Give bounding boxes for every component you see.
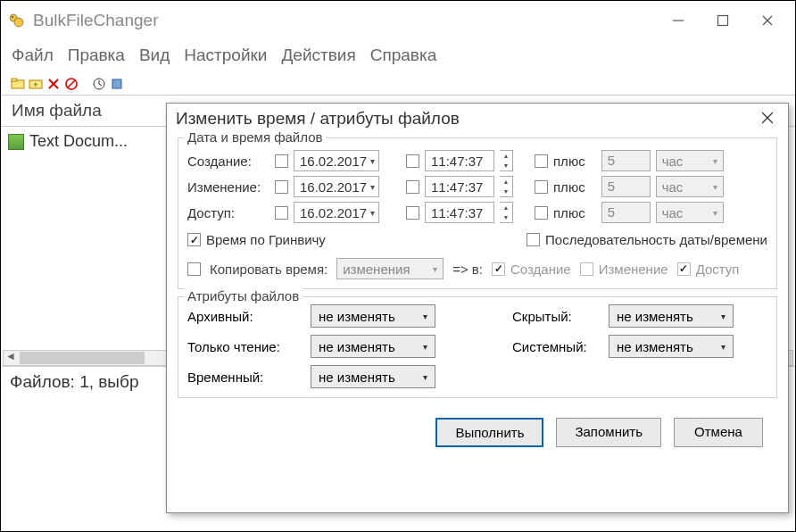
created-offset-input[interactable]: 5 — [601, 150, 651, 171]
svg-rect-4 — [718, 16, 728, 26]
open-folder-icon[interactable] — [10, 76, 25, 91]
created-unit-select[interactable]: час — [656, 150, 724, 171]
app-title: BulkFileChanger — [33, 11, 668, 30]
accessed-label: Доступ: — [187, 205, 269, 220]
copy-time-checkbox[interactable] — [187, 262, 201, 276]
archive-select[interactable]: не изменять — [311, 304, 435, 328]
accessed-unit-select[interactable]: час — [656, 202, 724, 223]
modified-row: Изменение: 16.02.2017 11:47:37 ▲▼ плюс 5… — [187, 176, 767, 197]
accessed-date-input[interactable]: 16.02.2017 — [294, 202, 379, 223]
created-label: Создание: — [187, 154, 269, 169]
plus-label: плюс — [553, 154, 585, 169]
modified-date-checkbox[interactable] — [275, 180, 288, 194]
readonly-select[interactable]: не изменять — [311, 335, 435, 358]
hidden-label: Скрытый: — [512, 309, 601, 324]
menu-file[interactable]: Файл — [12, 46, 54, 65]
window-controls — [668, 11, 777, 30]
created-time-checkbox[interactable] — [406, 154, 419, 168]
svg-rect-8 — [12, 79, 17, 81]
hidden-select[interactable]: не изменять — [609, 304, 734, 328]
created-plus-checkbox[interactable] — [535, 154, 548, 168]
cancel-button[interactable]: Отмена — [674, 418, 763, 447]
remove-icon[interactable] — [46, 76, 61, 91]
add-file-icon[interactable]: + — [28, 76, 43, 91]
menu-view[interactable]: Вид — [139, 46, 170, 65]
sequence-label: Последовательность даты/времени — [545, 232, 767, 247]
dialog-title: Изменить время / атрибуты файлов — [176, 109, 756, 129]
copy-to-accessed-checkbox — [677, 262, 691, 276]
svg-point-1 — [14, 18, 23, 27]
svg-line-14 — [68, 80, 75, 87]
archive-label: Архивный: — [187, 309, 303, 324]
svg-text:+: + — [33, 80, 37, 89]
dialog-buttons: Выполнить Запомнить Отмена — [178, 405, 777, 447]
copy-to-modified-checkbox — [580, 262, 593, 276]
accessed-offset-input[interactable]: 5 — [601, 202, 651, 223]
svg-point-2 — [12, 16, 13, 18]
close-button[interactable] — [758, 11, 777, 30]
system-label: Системный: — [512, 339, 601, 354]
modified-plus-checkbox[interactable] — [535, 180, 548, 194]
menubar: Файл Правка Вид Настройки Действия Справ… — [1, 40, 795, 74]
plus-label: плюс — [553, 179, 585, 195]
modified-offset-input[interactable]: 5 — [601, 176, 651, 197]
app-icon — [6, 11, 26, 30]
copy-time-row: Копировать время: изменения => в: Создан… — [187, 258, 767, 279]
accessed-row: Доступ: 16.02.2017 11:47:37 ▲▼ плюс 5 ча… — [187, 202, 767, 223]
execute-button[interactable]: Выполнить — [435, 418, 543, 447]
copy-to-created-checkbox — [492, 262, 505, 276]
execute-icon[interactable] — [109, 76, 124, 91]
arrow-label: => в: — [452, 262, 483, 277]
change-time-attributes-dialog: Изменить время / атрибуты файлов Дата и … — [166, 103, 789, 513]
toolbar: + — [1, 74, 795, 95]
modified-unit-select[interactable]: час — [656, 176, 724, 197]
modified-label: Изменение: — [187, 179, 269, 195]
readonly-label: Только чтение: — [187, 339, 303, 354]
copy-time-label: Копировать время: — [210, 262, 328, 277]
text-file-icon — [8, 134, 24, 150]
created-date-input[interactable]: 16.02.2017 — [294, 150, 379, 171]
clock-icon[interactable] — [91, 76, 106, 91]
svg-rect-18 — [112, 79, 121, 88]
attributes-legend: Атрибуты файлов — [184, 288, 303, 303]
accessed-plus-checkbox[interactable] — [535, 206, 548, 220]
menu-settings[interactable]: Настройки — [184, 46, 267, 65]
copy-source-select[interactable]: изменения — [336, 258, 444, 279]
created-date-checkbox[interactable] — [275, 154, 288, 168]
clear-icon[interactable] — [63, 76, 79, 91]
gmt-label: Время по Гринвичу — [206, 232, 326, 247]
modified-time-checkbox[interactable] — [406, 180, 419, 194]
maximize-button[interactable] — [713, 11, 733, 30]
gmt-checkbox[interactable] — [187, 233, 201, 246]
plus-label: плюс — [553, 205, 585, 220]
minimize-button[interactable] — [668, 11, 688, 30]
created-time-input[interactable]: 11:47:37 — [425, 150, 494, 171]
created-row: Создание: 16.02.2017 11:47:37 ▲▼ плюс 5 … — [187, 150, 767, 171]
accessed-time-spinner[interactable]: ▲▼ — [500, 202, 513, 223]
dialog-close-button[interactable] — [756, 110, 779, 129]
datetime-group: Дата и время файлов Создание: 16.02.2017… — [178, 137, 777, 289]
temporary-select[interactable]: не изменять — [311, 365, 435, 388]
remember-button[interactable]: Запомнить — [556, 418, 661, 447]
modified-date-input[interactable]: 16.02.2017 — [294, 176, 379, 197]
accessed-time-input[interactable]: 11:47:37 — [425, 202, 494, 223]
menu-edit[interactable]: Правка — [68, 46, 125, 65]
menu-actions[interactable]: Действия — [281, 46, 355, 65]
accessed-time-checkbox[interactable] — [406, 206, 419, 220]
temporary-label: Временный: — [187, 370, 303, 385]
file-name: Text Docum... — [29, 132, 128, 151]
menu-help[interactable]: Справка — [370, 46, 437, 65]
modified-time-input[interactable]: 11:47:37 — [425, 176, 494, 197]
modified-time-spinner[interactable]: ▲▼ — [500, 176, 513, 197]
titlebar: BulkFileChanger — [1, 1, 795, 40]
sequence-checkbox[interactable] — [527, 233, 540, 246]
attributes-group: Атрибуты файлов Архивный: не изменять Ск… — [178, 296, 777, 398]
system-select[interactable]: не изменять — [609, 335, 734, 358]
accessed-date-checkbox[interactable] — [275, 206, 288, 220]
created-time-spinner[interactable]: ▲▼ — [500, 150, 513, 171]
datetime-legend: Дата и время файлов — [184, 129, 326, 145]
